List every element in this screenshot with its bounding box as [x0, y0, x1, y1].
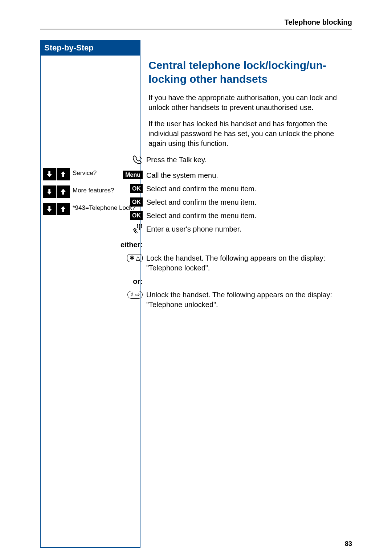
arrow-up-icon — [57, 168, 70, 180]
arrow-up-icon — [57, 185, 70, 198]
talk-key-icon — [132, 155, 143, 167]
ok-badge: OK — [130, 184, 143, 193]
step-text: Select and confirm the menu item. — [146, 184, 352, 194]
or-label: or: — [133, 277, 143, 286]
arrow-down-icon — [43, 203, 56, 215]
arrow-down-icon — [43, 185, 56, 198]
step-ok-3: OK Select and confirm the menu item. — [148, 211, 352, 221]
page-title: Central telephone lock/locking/un­lockin… — [148, 58, 352, 86]
step-lock: ✱ △ Lock the handset. The following appe… — [148, 253, 352, 273]
step-ok-2: OK Select and confirm the menu item. — [148, 197, 352, 207]
hash-key-icon: ♯ ⇨ — [127, 291, 143, 299]
svg-rect-6 — [139, 228, 140, 230]
svg-rect-2 — [141, 224, 142, 226]
step-text: Unlock the handset. The following appear… — [146, 290, 352, 310]
ok-badge: OK — [130, 211, 143, 220]
svg-rect-5 — [141, 227, 142, 228]
sidebar-title: Step-by-Step — [41, 40, 140, 56]
sidebar-row-telephone-lock: *943=Telephone Lock? — [43, 203, 137, 215]
running-head: Telephone blocking — [40, 18, 352, 29]
step-text: Select and confirm the menu item. — [146, 211, 352, 221]
svg-rect-0 — [137, 224, 138, 226]
intro-paragraph-1: If you have the appropriate authorisatio… — [148, 93, 352, 113]
either-label: either: — [121, 240, 143, 250]
step-text: Press the Talk key. — [146, 155, 352, 165]
sidebar-row-more-features: More features? — [43, 185, 137, 198]
svg-rect-4 — [139, 227, 140, 228]
step-text: Lock the handset. The following appears … — [146, 253, 352, 273]
step-text: Call the system menu. — [146, 171, 352, 180]
main-content: Central telephone lock/locking/un­lockin… — [148, 40, 352, 313]
sidebar-row-service: Service? — [43, 168, 137, 180]
step-enter-number: Enter a user's phone number. — [148, 224, 352, 236]
intro-paragraph-2: If the user has locked his handset and h… — [148, 119, 352, 148]
step-ok-1: OK Select and confirm the menu item. — [148, 184, 352, 194]
keypad-icon — [132, 224, 143, 236]
step-text: Select and confirm the menu item. — [146, 197, 352, 207]
step-sidebar: Step-by-Step Service? — [40, 40, 140, 548]
ok-badge: OK — [130, 197, 143, 207]
step-text: Enter a user's phone number. — [146, 224, 352, 234]
either-label-row: either: — [148, 240, 352, 250]
page-number: 83 — [345, 540, 352, 548]
svg-rect-3 — [137, 227, 138, 228]
arrow-down-icon — [43, 168, 56, 180]
svg-rect-1 — [139, 224, 140, 226]
star-key-icon: ✱ △ — [127, 254, 143, 262]
menu-badge: Menu — [123, 171, 143, 179]
step-menu: Menu Call the system menu. — [148, 171, 352, 180]
step-unlock: ♯ ⇨ Unlock the handset. The following ap… — [148, 290, 352, 310]
or-label-row: or: — [148, 277, 352, 286]
arrow-up-icon — [57, 203, 70, 215]
step-talk: Press the Talk key. — [148, 155, 352, 167]
